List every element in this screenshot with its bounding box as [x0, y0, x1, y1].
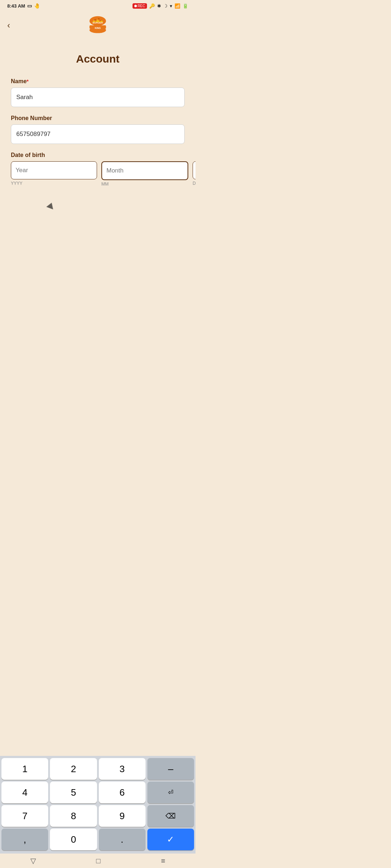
- key-icon: 🔑: [149, 3, 155, 9]
- phone-input[interactable]: [11, 124, 185, 144]
- status-bar: 8:43 AM ▭ 🤚 REC 🔑 ✱ ☽ ▾ 📶 🔋: [0, 0, 196, 11]
- bk-logo: BURGER KING: [87, 14, 109, 36]
- dob-row: YYYY MM DD: [11, 161, 185, 187]
- name-field-group: Name*: [11, 78, 185, 107]
- svg-text:KING: KING: [95, 27, 101, 29]
- signal-icon: ▾: [170, 3, 172, 9]
- back-icon: ‹: [7, 20, 10, 30]
- day-field: DD: [193, 161, 196, 187]
- phone-field-group: Phone Number: [11, 115, 185, 144]
- dob-label: Date of birth: [11, 152, 185, 158]
- hand-icon: 🤚: [34, 3, 40, 9]
- day-hint: DD: [193, 181, 196, 186]
- month-hint: MM: [101, 182, 188, 187]
- cursor: [46, 201, 55, 209]
- status-icons: REC 🔑 ✱ ☽ ▾ 📶 🔋: [133, 3, 188, 9]
- name-label: Name*: [11, 78, 185, 85]
- header: ‹ BURGER KING: [0, 11, 196, 38]
- back-button[interactable]: ‹: [7, 20, 10, 30]
- video-icon: ▭: [27, 3, 32, 9]
- status-time: 8:43 AM ▭ 🤚: [7, 3, 40, 9]
- year-hint: YYYY: [11, 181, 97, 186]
- phone-label: Phone Number: [11, 115, 185, 122]
- time-label: 8:43 AM: [7, 3, 25, 9]
- year-field: YYYY: [11, 161, 97, 187]
- battery-icon: 🔋: [182, 3, 188, 9]
- rec-badge: REC: [133, 3, 147, 9]
- page-content: Account Name* Phone Number Date of birth…: [0, 38, 196, 187]
- year-input[interactable]: [11, 161, 97, 179]
- dob-field-group: Date of birth YYYY MM DD: [11, 152, 185, 187]
- bluetooth-icon: ✱: [157, 3, 161, 9]
- day-input[interactable]: [193, 161, 196, 179]
- name-input[interactable]: [11, 88, 185, 107]
- page-title: Account: [11, 53, 185, 65]
- moon-icon: ☽: [163, 3, 168, 9]
- wifi-icon: 📶: [175, 3, 180, 9]
- month-field: MM: [101, 161, 188, 187]
- month-input[interactable]: [101, 161, 188, 180]
